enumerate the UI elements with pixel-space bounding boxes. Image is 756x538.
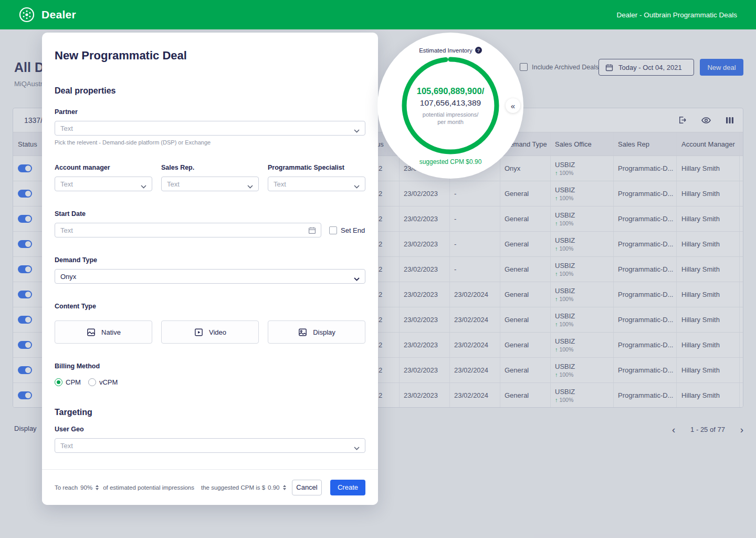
collapse-widget-button[interactable]: « [506,98,520,113]
content-type-native-button[interactable]: Native [55,320,152,344]
percent-stepper[interactable] [96,485,99,490]
inventory-title: Estimated Inventory [419,47,472,54]
footer-cpm-value: 0.90 [268,484,279,491]
deal-properties-heading: Deal properties [55,86,365,96]
programmatic-specialist-label: Programmatic Specialist [268,164,365,172]
content-type-video-button[interactable]: Video [161,320,259,344]
user-geo-placeholder: Text [60,442,73,450]
suggested-cpm-note: suggested CPM $0.90 [377,158,523,165]
native-icon [86,327,96,337]
account-manager-select[interactable]: Text [55,177,152,191]
demand-type-value: Onyx [60,273,76,281]
inventory-caption-line2: per month [377,118,523,126]
footer-mid-text: of estimated potential impressions [103,484,194,491]
footer-percent-value: 90% [80,484,92,491]
brand-name: Dealer [41,8,76,21]
radio-icon [88,378,96,386]
topbar-context-title: Dealer - Outbrain Programmatic Deals [616,11,737,19]
sales-rep-select[interactable]: Text [161,177,259,191]
modal-footer: To reach 90% of estimated potential impr… [42,469,378,505]
inventory-caption-line1: potential impressions/ [377,111,523,118]
content-type-video-label: Video [209,328,226,336]
chevron-down-icon [354,444,360,452]
user-geo-label: User Geo [55,426,365,434]
display-icon [298,327,308,337]
new-deal-modal: New Programmatic Deal Deal properties Pa… [42,33,378,505]
partner-placeholder: Text [60,125,73,132]
billing-vcpm-label: vCPM [99,378,118,386]
inventory-denominator: 107,656,413,389 [377,98,523,108]
start-date-input[interactable]: Text [55,223,321,237]
chevron-down-icon [354,127,360,134]
programmatic-specialist-select[interactable]: Text [268,177,365,191]
inventory-numerator: 105,690,889,900/ [377,86,523,96]
partner-select[interactable]: Text [55,121,365,136]
cpm-summary-text: To reach 90% of estimated potential impr… [55,484,290,491]
content-type-native-label: Native [101,328,121,336]
calendar-icon[interactable] [308,226,317,236]
billing-method-label: Billing Method [55,363,365,371]
billing-cpm-label: CPM [66,378,81,386]
demand-type-select[interactable]: Onyx [55,269,365,284]
video-icon [194,327,204,337]
content-type-display-button[interactable]: Display [268,320,365,344]
partner-helper-text: Pick the relevent - Demand-side platform… [55,139,365,147]
chevron-down-icon [141,182,146,190]
content-type-display-label: Display [313,328,335,336]
set-end-label: Set End [341,226,365,234]
account-manager-placeholder: Text [60,180,73,188]
sales-rep-placeholder: Text [167,180,180,188]
sales-rep-label: Sales Rep. [161,164,259,172]
info-icon[interactable]: ? [475,47,482,54]
account-manager-label: Account manager [55,164,152,172]
content-type-label: Content Type [55,303,365,311]
set-end-checkbox[interactable] [329,226,337,234]
start-date-label: Start Date [55,210,365,219]
create-button[interactable]: Create [330,480,365,495]
targeting-heading: Targeting [55,408,365,417]
partner-label: Partner [55,108,365,117]
modal-title: New Programmatic Deal [55,49,365,63]
cpm-stepper[interactable] [283,485,286,490]
chevron-down-icon [354,182,360,190]
billing-vcpm-radio[interactable]: vCPM [88,378,118,386]
set-end-control: Set End [329,226,365,234]
demand-type-label: Demand Type [55,256,365,265]
topbar: Dealer Dealer - Outbrain Programmatic De… [0,0,756,29]
cancel-button[interactable]: Cancel [292,480,322,495]
programmatic-specialist-placeholder: Text [274,180,286,188]
radio-icon [55,378,62,386]
brand-logo-icon [19,7,35,23]
footer-mid2-text: the suggested CPM is $ [201,484,265,491]
chevron-down-icon [247,182,253,190]
user-geo-select[interactable]: Text [55,438,365,453]
start-date-placeholder: Text [60,226,73,234]
billing-cpm-radio[interactable]: CPM [55,378,81,386]
chevron-down-icon [354,275,360,283]
footer-prefix: To reach [55,484,78,491]
estimated-inventory-widget: Estimated Inventory ? 105,690,889,900/ 1… [377,33,523,179]
